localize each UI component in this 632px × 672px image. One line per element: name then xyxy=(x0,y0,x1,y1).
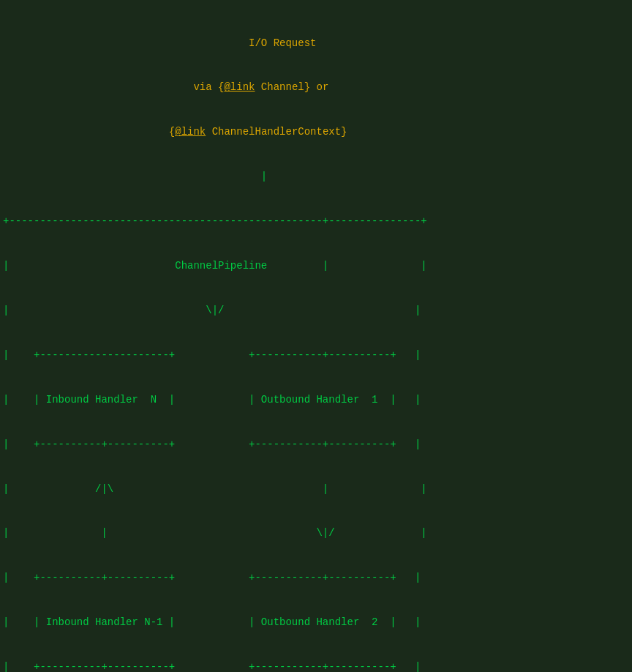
line-handler-inbound-n: | | Inbound Handler N | | Outbound Handl… xyxy=(3,392,629,407)
line-io-request: I/O Request xyxy=(3,36,629,51)
link-channel[interactable]: @link xyxy=(224,81,255,93)
line-arrow-down-out1: | | \|/ | xyxy=(3,526,629,540)
line-box-top-n: | +---------------------+ +-----------+-… xyxy=(3,348,629,362)
line-handler-inbound-n1: | | Inbound Handler N-1 | | Outbound Han… xyxy=(3,615,629,630)
context-text: {@link ChannelHandlerContext} xyxy=(3,126,347,138)
line-via: via {@link Channel} or xyxy=(3,80,629,94)
line-pipeline-label: | ChannelPipeline | | xyxy=(3,258,629,273)
line-box-bottom-n: | +----------+----------+ +-----------+-… xyxy=(3,437,629,452)
line-box-top-n1: | +----------+----------+ +-----------+-… xyxy=(3,570,629,585)
line-context: {@link ChannelHandlerContext} xyxy=(3,124,629,139)
line-arrow-inbound-1: | \|/ | xyxy=(3,303,629,318)
line-arrow-up-n: | /|\ | | xyxy=(3,482,629,496)
line-box-bottom-n1: | +----------+----------+ +-----------+-… xyxy=(3,660,629,672)
line-border-top: +---------------------------------------… xyxy=(3,214,629,228)
io-request-text: I/O Request xyxy=(3,37,316,49)
link-channelhandlercontext[interactable]: @link xyxy=(175,126,206,138)
via-text: via {@link Channel} or xyxy=(3,81,328,93)
diagram-container: I/O Request via {@link Channel} or {@lin… xyxy=(0,0,632,672)
line-arrow-down-1: | xyxy=(3,169,629,184)
